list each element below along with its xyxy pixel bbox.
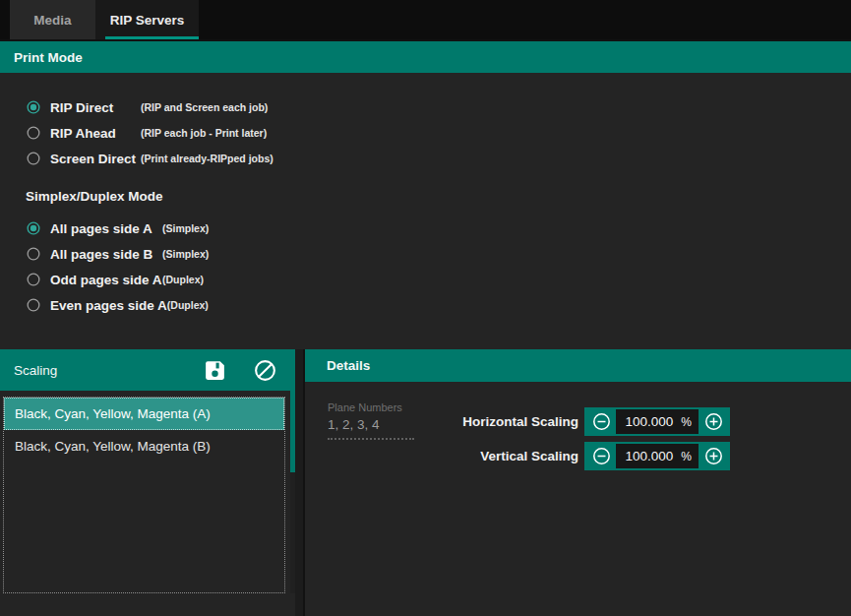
tab-rip-servers[interactable]: RIP Servers: [95, 0, 199, 39]
option-label: RIP Ahead: [50, 126, 141, 141]
decrement-button[interactable]: [586, 409, 616, 434]
horizontal-scaling-row: Horizontal Scaling 100.000 %: [462, 407, 730, 436]
radio-option-screen-direct[interactable]: Screen Direct (Print already-RIPped jobs…: [26, 146, 851, 171]
radio-unselected-icon[interactable]: [26, 297, 41, 313]
option-label: Odd pages side A: [50, 273, 162, 287]
minus-circle-icon: [592, 412, 611, 431]
plane-numbers-value: 1, 2, 3, 4: [328, 417, 414, 440]
option-label: Screen Direct: [50, 152, 141, 166]
radio-option-rip-ahead[interactable]: RIP Ahead (RIP each job - Print later): [26, 120, 851, 146]
tab-spacer: [0, 0, 10, 39]
minus-circle-icon: [592, 447, 611, 465]
tab-media[interactable]: Media: [10, 0, 95, 39]
option-description: (Duplex): [167, 299, 209, 311]
radio-unselected-icon[interactable]: [26, 246, 41, 262]
plus-circle-icon: [704, 412, 723, 431]
option-description: (Simplex): [162, 222, 209, 234]
print-mode-options: RIP Direct (RIP and Screen each job) RIP…: [26, 94, 851, 171]
plane-numbers-label: Plane Numbers: [328, 401, 414, 413]
scaling-title: Scaling: [14, 363, 177, 378]
tab-bar: Media RIP Servers: [0, 0, 851, 39]
option-description: (RIP each job - Print later): [141, 127, 267, 139]
option-description: (Duplex): [162, 274, 204, 285]
percent-unit: %: [681, 415, 692, 429]
plane-numbers-block: Plane Numbers 1, 2, 3, 4: [328, 401, 414, 440]
plus-circle-icon: [704, 447, 723, 465]
horizontal-scaling-label: Horizontal Scaling: [462, 414, 578, 429]
vertical-scaling-value-field[interactable]: 100.000 %: [616, 444, 699, 468]
details-panel-header: Details: [305, 349, 851, 382]
radio-option-all-pages-a[interactable]: All pages side A (Simplex): [26, 216, 851, 241]
list-item-cmyk-b[interactable]: Black, Cyan, Yellow, Magenta (B): [4, 430, 284, 462]
vertical-scaling-row: Vertical Scaling 100.000 %: [462, 442, 730, 470]
app-window: Media RIP Servers Print Mode RIP Direct …: [0, 0, 851, 616]
radio-selected-icon[interactable]: [26, 220, 41, 236]
scaling-panel: Scaling Black, Cyan, Yellow, Magenta (A)…: [0, 349, 295, 616]
duplex-mode-heading: Simplex/Duplex Mode: [26, 189, 851, 204]
radio-selected-icon[interactable]: [26, 99, 41, 115]
list-item-cmyk-a[interactable]: Black, Cyan, Yellow, Magenta (A): [4, 398, 284, 430]
cancel-icon[interactable]: [253, 358, 277, 383]
radio-option-odd-pages-a[interactable]: Odd pages side A (Duplex): [26, 267, 851, 292]
horizontal-scaling-stepper: 100.000 %: [584, 407, 730, 436]
radio-unselected-icon[interactable]: [26, 151, 41, 166]
duplex-mode-options: All pages side A (Simplex) All pages sid…: [26, 216, 851, 318]
scaling-panel-header: Scaling: [0, 349, 295, 391]
details-body: Plane Numbers 1, 2, 3, 4 Horizontal Scal…: [305, 382, 851, 616]
increment-button[interactable]: [699, 409, 728, 434]
decrement-button[interactable]: [586, 444, 616, 468]
radio-option-even-pages-a[interactable]: Even pages side A (Duplex): [26, 292, 851, 318]
option-description: (Print already-RIPped jobs): [141, 153, 274, 164]
option-label: RIP Direct: [50, 100, 141, 115]
print-mode-title: Print Mode: [14, 50, 83, 65]
option-label: All pages side B: [50, 247, 162, 262]
option-label: All pages side A: [50, 221, 162, 236]
panel-divider: [295, 349, 305, 616]
horizontal-scaling-value-field[interactable]: 100.000 %: [616, 409, 699, 434]
vertical-scaling-stepper: 100.000 %: [584, 442, 730, 470]
option-description: (Simplex): [162, 248, 209, 260]
details-panel: Details Plane Numbers 1, 2, 3, 4 Horizon…: [305, 349, 851, 616]
vertical-scaling-value: 100.000: [626, 449, 674, 463]
radio-unselected-icon[interactable]: [26, 272, 41, 287]
print-mode-header: Print Mode: [0, 39, 851, 73]
scaling-list: Black, Cyan, Yellow, Magenta (A) Black, …: [3, 397, 285, 593]
radio-unselected-icon[interactable]: [26, 125, 41, 141]
save-icon[interactable]: [203, 358, 227, 383]
option-label: Even pages side A: [50, 298, 167, 313]
increment-button[interactable]: [699, 444, 728, 468]
print-mode-content: RIP Direct (RIP and Screen each job) RIP…: [0, 73, 851, 318]
radio-option-rip-direct[interactable]: RIP Direct (RIP and Screen each job): [26, 94, 851, 120]
scaling-fields: Horizontal Scaling 100.000 %: [462, 407, 730, 476]
radio-option-all-pages-b[interactable]: All pages side B (Simplex): [26, 241, 851, 267]
details-title: Details: [327, 358, 370, 373]
horizontal-scaling-value: 100.000: [626, 414, 674, 429]
vertical-scaling-label: Vertical Scaling: [462, 449, 578, 463]
percent-unit: %: [681, 450, 692, 463]
option-description: (RIP and Screen each job): [141, 101, 268, 113]
